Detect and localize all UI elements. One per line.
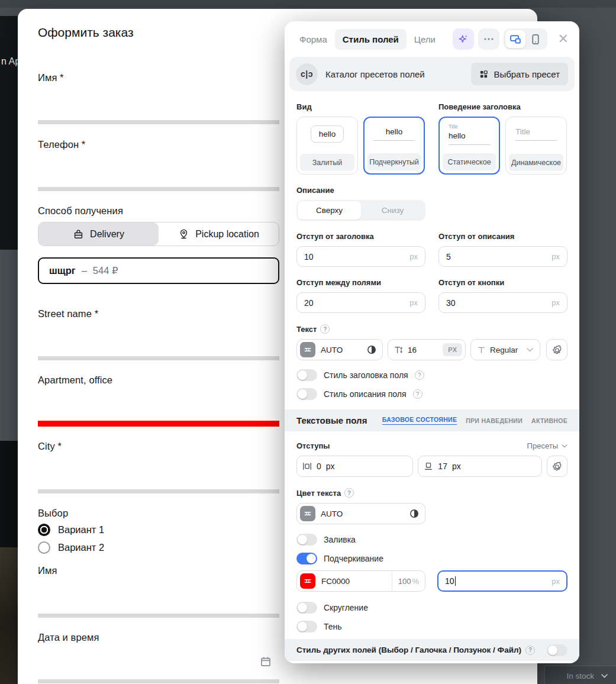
spacing-button-value: 30 [446,298,456,308]
behavior-card-dynamic[interactable]: Title Динамическое [505,117,567,175]
spacing-title-input[interactable]: 10 px [296,246,425,267]
paddings-presets-dropdown[interactable]: Пресеты [527,441,567,450]
field-title-style-label: Стиль заголовка поля [324,370,408,380]
description-top-option[interactable]: Сверху [298,201,361,220]
tab-delivery-label: Delivery [90,229,124,240]
apartment-field-label: Apartment, office [38,375,112,386]
ai-assistant-button[interactable] [453,28,474,50]
radio-option-1[interactable]: Вариант 1 [38,524,104,536]
contrast-icon[interactable] [367,345,376,354]
stock-dropdown[interactable]: In stock [544,666,616,684]
more-options-button[interactable] [478,28,499,50]
horizontal-padding-input[interactable]: 0 px [296,456,413,477]
help-icon[interactable]: ? [344,488,354,498]
font-size-unit-badge[interactable]: PX [443,343,462,356]
calendar-icon[interactable] [260,656,272,670]
text-settings-gear-button[interactable] [546,339,567,360]
contrast-icon[interactable] [409,509,419,518]
radio-checked-icon [38,524,50,536]
city-field-underline[interactable] [38,489,279,493]
spacing-description-input[interactable]: 5 px [438,246,567,267]
field-cursor-icon: c|ɔ [296,63,318,85]
fill-toggle[interactable] [296,534,317,546]
underline-thickness-input-focused[interactable]: 10 px [437,570,567,592]
shadow-toggle-label: Тень [324,622,342,631]
description-section-label: Описание [296,186,567,195]
static-mini-title: Title [449,124,490,130]
unit-label: px [452,462,461,471]
unit-label: px [552,298,560,307]
unit-label: px [552,252,560,261]
backdrop-top-strip [0,0,616,8]
radio-option-2[interactable]: Вариант 2 [38,541,104,554]
name2-field-label: Имя [38,565,57,576]
font-weight-select[interactable]: Regular [470,339,540,360]
view-card-filled[interactable]: hello Залитый [296,117,358,175]
desktop-view-button[interactable] [505,30,525,48]
help-icon[interactable]: ? [525,646,535,655]
spacing-button-input[interactable]: 30 px [438,292,567,313]
tab-form[interactable]: Форма [292,29,335,50]
mobile-view-button[interactable] [525,30,546,48]
field-title-style-toggle[interactable] [296,369,317,381]
other-fields-toggle[interactable] [547,644,567,656]
choose-preset-button[interactable]: Выбрать пресет [471,63,568,85]
text-color-value: AUTO [321,346,343,354]
paddings-gear-button[interactable] [547,456,567,477]
field-title-style-row: Стиль заголовка поля ? [296,369,567,381]
underline-color-opacity[interactable]: 100 % [392,571,425,591]
name2-field-underline[interactable] [38,614,279,618]
shadow-toggle-row: Тень [296,621,567,633]
underline-thickness-value: 10 [445,576,454,586]
tab-pickup-location[interactable]: Pickup location [159,222,279,246]
vertical-padding-input[interactable]: 17 px [418,456,541,477]
color-swatch-icon [300,506,315,521]
product-name: шщрг [49,265,76,276]
shadow-toggle[interactable] [296,621,317,633]
selected-product-option[interactable]: шщрг – 544 ₽ [38,257,279,284]
help-icon[interactable]: ? [415,370,424,380]
backdrop-left-black-band [0,441,18,547]
view-card-underlined[interactable]: hello Подчеркнутый [363,117,425,175]
datetime-field-underline[interactable] [38,679,279,683]
tab-delivery[interactable]: Delivery [38,222,159,246]
delivery-method-tabs: Delivery Pickup location [38,222,279,246]
underline-toggle[interactable] [296,553,317,564]
state-tab-base[interactable]: БАЗОВОЕ СОСТОЯНИЕ [382,416,457,425]
field-description-style-toggle[interactable] [296,388,317,400]
gear-icon [552,345,562,355]
description-bottom-option[interactable]: Снизу [361,201,424,220]
horizontal-padding-value: 0 [317,462,321,471]
panel-header: Форма Стиль полей Цели ✕ [285,21,579,57]
spacing-description-label: Отступ от описания [438,232,567,241]
text-cursor [455,576,456,586]
tab-field-style[interactable]: Стиль полей [335,29,407,50]
phone-field-underline[interactable] [38,187,279,191]
name-field-underline[interactable] [38,120,279,124]
state-tab-active[interactable]: АКТИВНОЕ [531,417,567,424]
behavior-card-static[interactable]: Title hello Статическое [438,117,500,175]
state-tab-hover[interactable]: ПРИ НАВЕДЕНИИ [466,417,523,424]
gear-icon [552,462,562,472]
close-icon[interactable]: ✕ [558,33,569,46]
apartment-field-underline-red[interactable] [38,421,279,427]
red-color-swatch-icon [300,573,315,589]
tab-goals[interactable]: Цели [407,29,443,50]
unit-label: px [409,252,418,261]
backdrop-left-dark-band [0,16,18,250]
underline-color-input[interactable]: FC0000 100 % [296,570,425,592]
font-weight-icon [478,346,485,354]
street-field-underline[interactable] [38,356,279,360]
spacing-between-input[interactable]: 20 px [296,292,425,313]
unit-label: px [552,577,560,586]
rounding-toggle[interactable] [296,602,317,614]
spacing-description-value: 5 [446,252,451,262]
help-icon[interactable]: ? [320,324,330,334]
font-size-input[interactable]: 16 PX [388,339,466,360]
text-fields-band: Текстовые поля БАЗОВОЕ СОСТОЯНИЕ ПРИ НАВ… [285,409,579,431]
text-color-picker[interactable]: AUTO [296,339,383,360]
help-icon[interactable]: ? [413,389,423,399]
device-toggle-group [504,28,547,50]
field-text-color-picker[interactable]: AUTO [296,503,425,524]
field-description-style-row: Стиль описания поля ? [296,388,567,400]
